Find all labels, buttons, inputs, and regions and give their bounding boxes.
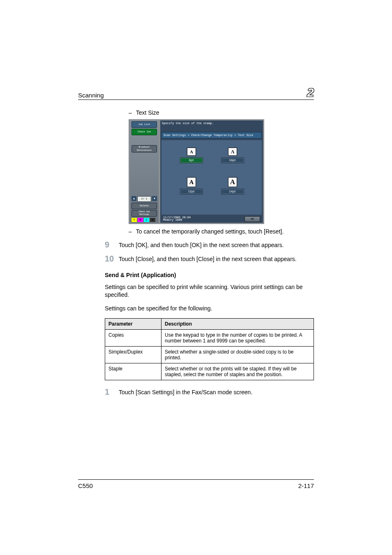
header-section: Scanning <box>78 92 104 99</box>
dash-icon: – <box>129 109 132 116</box>
text-size-10pt[interactable]: A 10pt <box>221 148 244 163</box>
param-desc: Select whether a single-sided or double-… <box>161 346 314 363</box>
step-10: 10 Touch [Close], and then touch [Close]… <box>105 254 314 263</box>
running-header: Scanning 2 <box>78 86 314 100</box>
screenshot-breadcrumb: Scan Settings > Check/Change Temporarily… <box>161 132 262 139</box>
check-job-settings-button[interactable]: Check Job Settings <box>131 210 157 217</box>
table-row: Staple Select whether or not the prints … <box>105 363 314 380</box>
screenshot-memory: Memory 100% <box>163 218 182 222</box>
text-size-14pt[interactable]: A 14pt <box>221 177 244 194</box>
toner-c-icon: C <box>144 218 149 222</box>
ok-button[interactable]: OK <box>244 216 260 222</box>
table-header-row: Parameter Description <box>105 318 314 329</box>
text-size-bullet: –Text Size <box>129 109 314 116</box>
broadcast-destinations-button[interactable]: Broadcast Destinations <box>131 145 157 153</box>
table-row: Copies Use the keypad to type in the num… <box>105 329 314 346</box>
job-list-button[interactable]: Job List <box>131 121 157 128</box>
text-size-label: Text Size <box>136 109 159 116</box>
param-desc: Select whether or not the prints will be… <box>161 363 314 380</box>
toner-k-icon: K <box>150 218 155 222</box>
delete-button[interactable]: Delete <box>131 203 157 209</box>
screenshot-sidebar: Job List Check Job Broadcast Destination… <box>130 120 159 223</box>
step-number: 10 <box>105 254 117 263</box>
toner-y-icon: Y <box>131 218 137 222</box>
letter-a-icon: A <box>228 177 237 187</box>
letter-a-icon: A <box>187 177 196 187</box>
text-size-12pt-label: 12pt <box>180 189 203 194</box>
param-name: Copies <box>105 329 161 346</box>
page-footer: C550 2-117 <box>78 479 314 489</box>
step-text: Touch [Scan Settings] in the Fax/Scan mo… <box>119 388 314 395</box>
letter-a-icon: A <box>228 148 237 156</box>
cancel-note: –To cancel the temporarily changed setti… <box>129 228 314 235</box>
toner-levels: Y M C K <box>131 218 155 222</box>
th-parameter: Parameter <box>105 318 161 329</box>
footer-page: 2-117 <box>298 482 314 489</box>
th-description: Description <box>161 318 314 329</box>
step-number: 9 <box>105 240 117 249</box>
send-print-para-2: Settings can be specified for the follow… <box>105 305 314 312</box>
send-print-heading: Send & Print (Application) <box>105 272 314 278</box>
text-size-8pt[interactable]: A 8pt <box>180 148 203 163</box>
check-job-button[interactable]: Check Job <box>131 129 157 135</box>
page-down-icon[interactable]: ▼ <box>152 196 157 201</box>
screenshot-main: Specify the size of the stamp. Scan Sett… <box>160 120 263 223</box>
text-size-screenshot: Job List Check Job Broadcast Destination… <box>129 119 264 224</box>
dash-icon: – <box>129 228 132 235</box>
parameter-table: Parameter Description Copies Use the key… <box>105 318 314 380</box>
text-size-12pt[interactable]: A 12pt <box>180 177 203 194</box>
text-size-8pt-label: 8pt <box>180 157 203 163</box>
step-1: 1 Touch [Scan Settings] in the Fax/Scan … <box>105 388 314 396</box>
step-9: 9 Touch [OK], and then touch [OK] in the… <box>105 240 314 249</box>
text-size-14pt-label: 14pt <box>221 189 244 194</box>
header-chapter-number: 2 <box>307 86 314 99</box>
screenshot-footer: 11/17/2006 20:04 Memory 100% OK <box>161 215 262 222</box>
param-name: Staple <box>105 363 161 380</box>
step-text: Touch [OK], and then touch [OK] in the n… <box>119 240 314 248</box>
param-desc: Use the keypad to type in the number of … <box>161 329 314 346</box>
letter-a-icon: A <box>187 148 196 156</box>
table-row: Simplex/Duplex Select whether a single-s… <box>105 346 314 363</box>
step-number: 1 <box>105 388 117 396</box>
cancel-note-text: To cancel the temporarily changed settin… <box>136 228 284 235</box>
text-size-10pt-label: 10pt <box>221 157 244 163</box>
toner-m-icon: M <box>138 218 143 222</box>
send-print-para-1: Settings can be specified to print while… <box>105 283 314 299</box>
page-indicator: 1/ 1 <box>137 196 151 202</box>
footer-model: C550 <box>78 482 93 489</box>
page-up-icon[interactable]: ▲ <box>131 196 136 201</box>
param-name: Simplex/Duplex <box>105 346 161 363</box>
text-size-option-grid: A 8pt A 10pt A 12pt A 14 <box>161 140 262 215</box>
step-text: Touch [Close], and then touch [Close] in… <box>119 254 314 262</box>
screenshot-title: Specify the size of the stamp. <box>160 120 263 126</box>
